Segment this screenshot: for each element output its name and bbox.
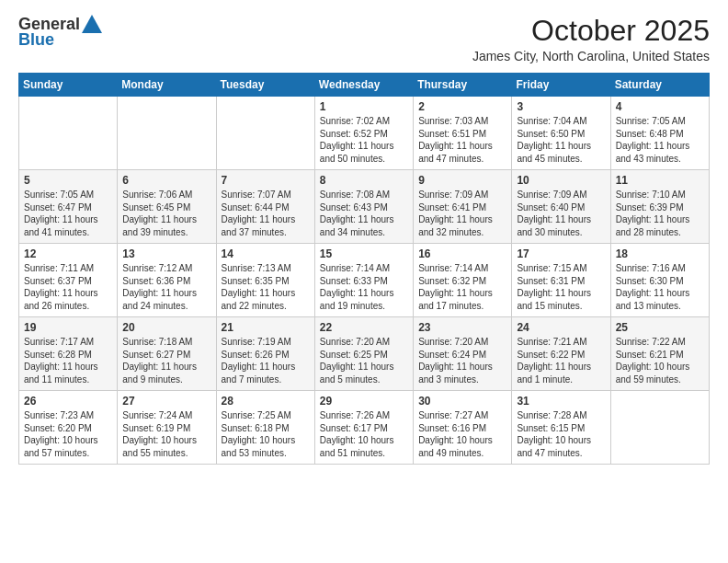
day-number: 17 [517,247,605,260]
weekday-thursday: Thursday [414,74,512,97]
calendar-cell: 29Sunrise: 7:26 AMSunset: 6:17 PMDayligh… [314,391,413,465]
day-info: Sunrise: 7:15 AMSunset: 6:31 PMDaylight:… [517,262,605,312]
calendar-cell [610,391,709,465]
week-row-3: 19Sunrise: 7:17 AMSunset: 6:28 PMDayligh… [19,317,710,391]
day-number: 29 [320,395,408,408]
week-row-2: 12Sunrise: 7:11 AMSunset: 6:37 PMDayligh… [19,244,710,317]
day-info: Sunrise: 7:28 AMSunset: 6:15 PMDaylight:… [517,409,605,459]
day-number: 2 [418,100,506,113]
day-number: 24 [517,321,605,334]
day-number: 3 [517,100,605,113]
day-number: 15 [320,247,408,260]
day-info: Sunrise: 7:26 AMSunset: 6:17 PMDaylight:… [320,409,408,459]
calendar-cell [118,97,216,170]
day-number: 1 [320,100,408,113]
day-info: Sunrise: 7:25 AMSunset: 6:18 PMDaylight:… [222,409,310,459]
day-info: Sunrise: 7:09 AMSunset: 6:40 PMDaylight:… [517,189,605,238]
day-info: Sunrise: 7:24 AMSunset: 6:19 PMDaylight:… [122,409,210,459]
day-info: Sunrise: 7:07 AMSunset: 6:44 PMDaylight:… [222,189,310,238]
day-info: Sunrise: 7:23 AMSunset: 6:20 PMDaylight:… [24,409,112,459]
calendar-cell: 28Sunrise: 7:25 AMSunset: 6:18 PMDayligh… [216,391,314,465]
calendar-cell: 24Sunrise: 7:21 AMSunset: 6:22 PMDayligh… [512,317,610,391]
day-info: Sunrise: 7:18 AMSunset: 6:27 PMDaylight:… [122,336,210,385]
svg-marker-0 [82,15,102,33]
day-number: 28 [222,395,310,408]
day-info: Sunrise: 7:13 AMSunset: 6:35 PMDaylight:… [222,262,310,312]
day-info: Sunrise: 7:09 AMSunset: 6:41 PMDaylight:… [418,189,506,238]
location-subtitle: James City, North Carolina, United State… [472,49,710,63]
day-number: 21 [222,321,310,334]
calendar-cell: 22Sunrise: 7:20 AMSunset: 6:25 PMDayligh… [314,317,413,391]
day-info: Sunrise: 7:12 AMSunset: 6:36 PMDaylight:… [122,262,210,312]
weekday-wednesday: Wednesday [314,74,413,97]
week-row-0: 1Sunrise: 7:02 AMSunset: 6:52 PMDaylight… [19,97,710,170]
day-info: Sunrise: 7:14 AMSunset: 6:33 PMDaylight:… [320,262,408,312]
calendar-cell: 16Sunrise: 7:14 AMSunset: 6:32 PMDayligh… [414,244,512,317]
calendar-cell: 8Sunrise: 7:08 AMSunset: 6:43 PMDaylight… [314,170,413,244]
day-info: Sunrise: 7:21 AMSunset: 6:22 PMDaylight:… [517,336,605,385]
day-info: Sunrise: 7:17 AMSunset: 6:28 PMDaylight:… [24,336,112,385]
day-number: 18 [616,247,704,260]
calendar-cell [19,97,118,170]
day-info: Sunrise: 7:16 AMSunset: 6:30 PMDaylight:… [616,262,704,312]
day-number: 6 [122,174,210,187]
calendar-cell: 27Sunrise: 7:24 AMSunset: 6:19 PMDayligh… [118,391,216,465]
calendar-table: SundayMondayTuesdayWednesdayThursdayFrid… [18,73,710,465]
calendar-cell: 25Sunrise: 7:22 AMSunset: 6:21 PMDayligh… [610,317,709,391]
calendar-cell: 13Sunrise: 7:12 AMSunset: 6:36 PMDayligh… [118,244,216,317]
day-info: Sunrise: 7:20 AMSunset: 6:24 PMDaylight:… [418,336,506,385]
title-block: October 2025 James City, North Carolina,… [472,15,710,63]
calendar-cell: 9Sunrise: 7:09 AMSunset: 6:41 PMDaylight… [414,170,512,244]
day-number: 13 [122,247,210,260]
week-row-1: 5Sunrise: 7:05 AMSunset: 6:47 PMDaylight… [19,170,710,244]
calendar-cell: 19Sunrise: 7:17 AMSunset: 6:28 PMDayligh… [19,317,118,391]
header: General Blue October 2025 James City, No… [18,15,710,63]
calendar-cell: 4Sunrise: 7:05 AMSunset: 6:48 PMDaylight… [610,97,709,170]
calendar-cell: 12Sunrise: 7:11 AMSunset: 6:37 PMDayligh… [19,244,118,317]
calendar-cell: 31Sunrise: 7:28 AMSunset: 6:15 PMDayligh… [512,391,610,465]
calendar-cell: 23Sunrise: 7:20 AMSunset: 6:24 PMDayligh… [414,317,512,391]
day-info: Sunrise: 7:04 AMSunset: 6:50 PMDaylight:… [517,115,605,165]
calendar-cell: 11Sunrise: 7:10 AMSunset: 6:39 PMDayligh… [610,170,709,244]
page: General Blue October 2025 James City, No… [0,0,728,563]
weekday-friday: Friday [512,74,610,97]
weekday-header-row: SundayMondayTuesdayWednesdayThursdayFrid… [19,74,710,97]
day-info: Sunrise: 7:10 AMSunset: 6:39 PMDaylight:… [616,189,704,238]
day-info: Sunrise: 7:11 AMSunset: 6:37 PMDaylight:… [24,262,112,312]
calendar-cell: 20Sunrise: 7:18 AMSunset: 6:27 PMDayligh… [118,317,216,391]
calendar-cell: 15Sunrise: 7:14 AMSunset: 6:33 PMDayligh… [314,244,413,317]
day-number: 14 [222,247,310,260]
day-info: Sunrise: 7:08 AMSunset: 6:43 PMDaylight:… [320,189,408,238]
day-number: 4 [616,100,704,113]
calendar-cell: 6Sunrise: 7:06 AMSunset: 6:45 PMDaylight… [118,170,216,244]
calendar-cell: 26Sunrise: 7:23 AMSunset: 6:20 PMDayligh… [19,391,118,465]
month-title: October 2025 [472,15,710,47]
day-number: 26 [24,395,112,408]
weekday-monday: Monday [118,74,216,97]
calendar-cell: 14Sunrise: 7:13 AMSunset: 6:35 PMDayligh… [216,244,314,317]
day-info: Sunrise: 7:06 AMSunset: 6:45 PMDaylight:… [122,189,210,238]
week-row-4: 26Sunrise: 7:23 AMSunset: 6:20 PMDayligh… [19,391,710,465]
day-info: Sunrise: 7:27 AMSunset: 6:16 PMDaylight:… [418,409,506,459]
day-info: Sunrise: 7:05 AMSunset: 6:48 PMDaylight:… [616,115,704,165]
day-info: Sunrise: 7:05 AMSunset: 6:47 PMDaylight:… [24,189,112,238]
day-number: 27 [122,395,210,408]
day-info: Sunrise: 7:02 AMSunset: 6:52 PMDaylight:… [320,115,408,165]
day-number: 12 [24,247,112,260]
day-info: Sunrise: 7:19 AMSunset: 6:26 PMDaylight:… [222,336,310,385]
day-number: 23 [418,321,506,334]
day-number: 31 [517,395,605,408]
day-number: 30 [418,395,506,408]
calendar-cell: 3Sunrise: 7:04 AMSunset: 6:50 PMDaylight… [512,97,610,170]
day-number: 9 [418,174,506,187]
weekday-saturday: Saturday [610,74,709,97]
day-number: 5 [24,174,112,187]
weekday-sunday: Sunday [19,74,118,97]
calendar-cell: 5Sunrise: 7:05 AMSunset: 6:47 PMDaylight… [19,170,118,244]
calendar-cell: 17Sunrise: 7:15 AMSunset: 6:31 PMDayligh… [512,244,610,317]
calendar-cell: 10Sunrise: 7:09 AMSunset: 6:40 PMDayligh… [512,170,610,244]
calendar-cell [216,97,314,170]
calendar-cell: 7Sunrise: 7:07 AMSunset: 6:44 PMDaylight… [216,170,314,244]
calendar-cell: 18Sunrise: 7:16 AMSunset: 6:30 PMDayligh… [610,244,709,317]
day-number: 16 [418,247,506,260]
